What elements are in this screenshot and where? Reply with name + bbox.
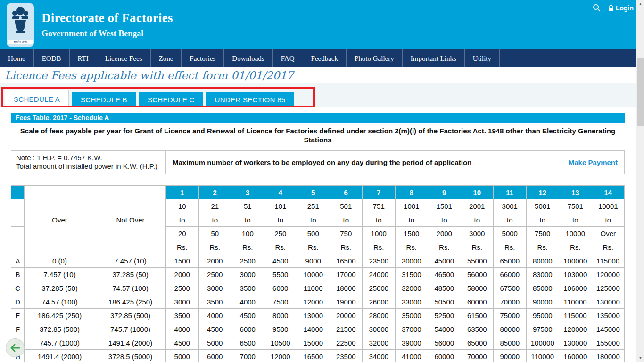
fee-cell: 120000 xyxy=(592,268,625,281)
fee-cell: 3000 xyxy=(231,268,264,281)
rs-row: Rs.Rs.Rs.Rs.Rs.Rs.Rs.Rs.Rs.Rs.Rs.Rs.Rs.R… xyxy=(11,240,625,254)
search-button[interactable] xyxy=(593,4,601,12)
fee-cell: 83000 xyxy=(526,268,559,281)
over-value: 7.457 (10) xyxy=(25,268,95,281)
nav-item-zone[interactable]: Zone xyxy=(151,49,182,67)
fees-panel-title: Fees Table. 2017 - Schedule A xyxy=(11,113,625,123)
rs-label: Rs. xyxy=(461,240,494,254)
nav-item-photo-gallery[interactable]: Photo Gallery xyxy=(347,49,403,67)
fee-cell: 20000 xyxy=(330,309,363,322)
not-over-value: 3728.5 (5000) xyxy=(95,350,166,362)
not-over-value: 37.285 (50) xyxy=(95,268,166,281)
range-to: 5000 xyxy=(494,227,527,240)
nav-item-utility[interactable]: Utility xyxy=(465,49,500,67)
fee-cell: 45000 xyxy=(428,254,461,268)
rs-label: Rs. xyxy=(330,240,363,254)
fee-cell: 30000 xyxy=(363,322,396,336)
range-to: 10000 xyxy=(559,227,592,240)
fee-cell: 135000 xyxy=(592,309,625,322)
fee-cell: 22500 xyxy=(330,336,363,350)
fee-cell: 2500 xyxy=(166,281,199,295)
fee-cell: 110000 xyxy=(526,350,559,362)
range-from: 251 xyxy=(297,199,330,213)
fee-cell: 145000 xyxy=(592,322,625,336)
nav-item-faq[interactable]: FAQ xyxy=(273,49,303,67)
fee-cell: 80000 xyxy=(494,322,527,336)
range-from: 3001 xyxy=(494,199,527,213)
fee-cell: 97500 xyxy=(526,322,559,336)
fee-cell: 54000 xyxy=(428,322,461,336)
over-value: 372.85 (500) xyxy=(25,322,95,336)
login-label: Login xyxy=(616,4,634,12)
fee-cell: 33000 xyxy=(395,295,428,309)
fee-cell: 9000 xyxy=(297,254,330,268)
fee-cell: 4000 xyxy=(166,322,199,336)
nav-item-factories[interactable]: Factories xyxy=(182,49,224,67)
range-to: 7500 xyxy=(526,227,559,240)
col-number: 6 xyxy=(330,186,363,199)
nav-item-home[interactable]: Home xyxy=(0,49,34,67)
fee-row: D74.57 (100)186.425 (250)300035004000750… xyxy=(11,295,625,309)
site-title: Directorate of Factories xyxy=(41,11,173,25)
tab-schedule-c[interactable]: SCHEDULE C xyxy=(139,92,203,107)
scrollbar-thumb[interactable] xyxy=(637,58,644,126)
fee-row: A0 (0)7.457 (10)150020002500450090001650… xyxy=(11,254,625,268)
range-to: 50 xyxy=(198,227,231,240)
nav-item-downloads[interactable]: Downloads xyxy=(224,49,272,67)
nav-item-feedback[interactable]: Feedback xyxy=(303,49,347,67)
fee-cell: 4500 xyxy=(198,322,231,336)
ashoka-emblem-icon xyxy=(11,5,30,40)
fee-cell: 65000 xyxy=(461,336,494,350)
range-from: 7501 xyxy=(559,199,592,213)
tab-schedule-a[interactable]: SCHEDULE A xyxy=(5,90,69,107)
fee-cell: 10000 xyxy=(297,268,330,281)
main-nav: HomeEODBRTILicence FeesZoneFactoriesDown… xyxy=(0,49,644,67)
make-payment-link[interactable]: Make Payment xyxy=(569,151,624,174)
row-key: F xyxy=(11,322,25,336)
col-number: 3 xyxy=(231,186,264,199)
back-button[interactable] xyxy=(6,338,25,357)
scroll-down-icon[interactable]: ▼ xyxy=(636,354,644,362)
fee-cell: 16500 xyxy=(297,350,330,362)
tab-schedule-b[interactable]: SCHEDULE B xyxy=(72,92,136,107)
fee-cell: 155000 xyxy=(592,336,625,350)
rs-label: Rs. xyxy=(592,240,625,254)
over-value: 37.285 (50) xyxy=(25,281,95,295)
fee-cell: 37000 xyxy=(395,322,428,336)
range-to: 1500 xyxy=(395,227,428,240)
fee-cell: 3500 xyxy=(231,281,264,295)
back-arrow-icon xyxy=(9,342,21,354)
nav-item-eodb[interactable]: EODB xyxy=(34,49,70,67)
fee-cell: 61500 xyxy=(461,309,494,322)
login-button[interactable]: Login xyxy=(608,4,634,12)
to-label: to xyxy=(231,213,264,227)
dash-separator: - xyxy=(11,177,625,184)
table-header-row: 1234567891011121314 xyxy=(11,186,625,199)
key-cell-blank xyxy=(11,199,25,213)
row-key: E xyxy=(11,309,25,322)
header-actions: Login xyxy=(593,4,634,12)
rs-label: Rs. xyxy=(297,240,330,254)
over-value: 74.57 (100) xyxy=(25,295,95,309)
rs-label: Rs. xyxy=(198,240,231,254)
fee-row: B7.457 (10)37.285 (50)200025003000550010… xyxy=(11,268,625,281)
range-from: 5001 xyxy=(526,199,559,213)
not-over-value: 1491.4 (2000) xyxy=(95,336,166,350)
nav-item-important-links[interactable]: Important Links xyxy=(403,49,465,67)
fee-cell: 8000 xyxy=(264,309,297,322)
tab-under-section-85[interactable]: UNDER SECTION 85 xyxy=(206,92,294,107)
fee-cell: 32000 xyxy=(395,281,428,295)
fee-cell: 17000 xyxy=(330,268,363,281)
over-blank xyxy=(25,240,95,254)
fee-cell: 120000 xyxy=(559,322,592,336)
fee-cell: 4500 xyxy=(231,309,264,322)
fee-row: F372.85 (500)745.7 (1000)400045006000950… xyxy=(11,322,625,336)
fee-cell: 13000 xyxy=(297,309,330,322)
not-over-col-top xyxy=(95,186,166,199)
nav-item-rti[interactable]: RTI xyxy=(70,49,97,67)
not-over-value: 74.57 (100) xyxy=(95,281,166,295)
scroll-up-icon[interactable]: ▲ xyxy=(636,0,644,8)
national-emblem-logo: सत्यमेव जयते xyxy=(7,3,34,47)
nav-item-licence-fees[interactable]: Licence Fees xyxy=(97,49,151,67)
fee-cell: 70000 xyxy=(494,295,527,309)
